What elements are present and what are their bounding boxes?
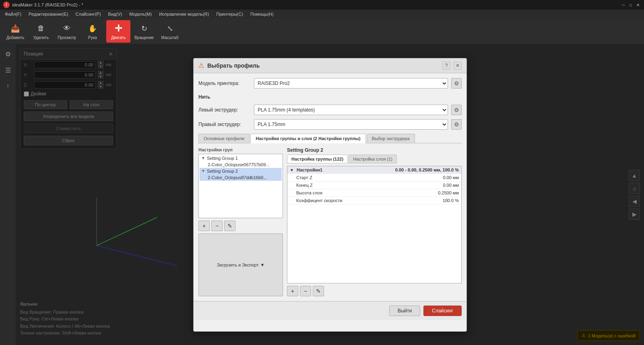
thread-section-label: Нить <box>198 93 462 101</box>
group-item-1[interactable]: ▼ Setting Group 1 <box>200 155 282 161</box>
left-sidebar: ⚙ ☰ ↑ <box>0 44 16 345</box>
menu-model[interactable]: Модель(M) <box>126 11 155 17</box>
toolbar-hand-button[interactable]: ✋ Рука <box>80 20 105 43</box>
settings-row-3-name: Высота слоя <box>290 190 394 195</box>
settings-tree: ▼ Настройки1 0.00 - 0.00, 0.2500 мм, 100… <box>287 166 462 283</box>
groups-remove-button[interactable]: − <box>211 221 223 231</box>
two-column-layout: Настройки груп ▼ Setting Group 1 2-Color… <box>198 147 462 296</box>
printer-gear-button[interactable]: ⚙ <box>451 78 462 89</box>
canvas-area: Позиция ✕ X: ▲ ▼ мм Y: ▲ ▼ мм <box>16 44 644 345</box>
left-extruder-row: Левый экструдер: PLA 1.75mm (4 templates… <box>198 105 462 115</box>
minimize-button[interactable]: ─ <box>621 2 626 8</box>
group-item-1-child-1[interactable]: 2-Color_Octopuse067757b09... <box>200 161 282 168</box>
settings-header-title: Setting Group 2 <box>287 147 462 153</box>
settings-row-2-name: Конец Z <box>290 183 394 188</box>
settings-remove-button[interactable]: − <box>300 286 311 296</box>
settings-row-1-name: Старт Z <box>290 175 394 180</box>
toolbar-delete-label: Удалить <box>33 35 49 40</box>
right-extruder-row: Правый экструдер: PLA 1.75mm ⚙ <box>198 119 462 130</box>
settings-row-0[interactable]: ▼ Настройки1 0.00 - 0.00, 0.2500 мм, 100… <box>287 166 461 174</box>
menu-edit[interactable]: Редактирование(E) <box>25 11 71 17</box>
sidebar-tool-list[interactable]: ☰ <box>2 64 14 76</box>
groups-add-button[interactable]: + <box>198 221 210 231</box>
menu-bar: Файл(F) Редактирование(E) Слайсинг(P) Ви… <box>0 10 644 19</box>
right-extruder-label: Правый экструдер: <box>198 122 251 127</box>
menu-view[interactable]: Вид(V) <box>105 11 126 17</box>
right-extruder-select[interactable]: PLA 1.75mm <box>254 119 448 130</box>
settings-tab-group[interactable]: Настройка группы (122) <box>287 155 348 163</box>
settings-row-0-name: ▼ Настройки1 <box>290 167 394 172</box>
toolbar-hand-label: Рука <box>88 35 97 40</box>
settings-row-0-value: 0.00 - 0.00, 0.2500 мм, 100.0 % <box>394 167 459 172</box>
modal-header: ⚠ Выбрать профиль ? ✕ <box>194 58 466 73</box>
toolbar-add-button[interactable]: 📥 Добавить <box>3 20 27 43</box>
close-button[interactable]: ✕ <box>635 2 641 8</box>
settings-edit-button[interactable]: ✎ <box>313 286 324 296</box>
group-item-2-child-1[interactable]: 2-Color_Octopus87ddb16b0... <box>200 174 282 181</box>
toolbar-view-button[interactable]: 👁 Просмотр <box>55 20 79 43</box>
left-extruder-select[interactable]: PLA 1.75mm (4 templates) <box>254 105 448 115</box>
modal-header-left: ⚠ Выбрать профиль <box>198 62 260 69</box>
group-item-1-label: Setting Group 1 <box>207 156 238 161</box>
toolbar-move-label: Двигать <box>111 35 126 40</box>
groups-list[interactable]: ▼ Setting Group 1 2-Color_Octopuse067757… <box>198 154 283 218</box>
groups-list-toolbar: + − ✎ <box>198 221 283 231</box>
toolbar: 📥 Добавить 🗑 Удалить 👁 Просмотр ✋ Рука ✛… <box>0 19 644 44</box>
hand-icon: ✋ <box>87 23 98 34</box>
title-bar-title: ideaMaker 3.1.7 (RAISE3D Pro2) - * <box>12 2 83 7</box>
title-bar-left: i ideaMaker 3.1.7 (RAISE3D Pro2) - * <box>3 2 83 8</box>
main-tabs: Основные профили Настройки группы и слоя… <box>198 134 462 143</box>
exit-button[interactable]: Выйти <box>389 306 421 316</box>
toolbar-move-button[interactable]: ✛ Двигать <box>106 20 130 43</box>
settings-row-1-value: 0.00 мм <box>394 175 459 180</box>
printer-model-label: Модель принтера: <box>198 81 251 86</box>
group-item-2[interactable]: ▼ Setting Group 2 <box>200 168 282 174</box>
move-icon: ✛ <box>113 23 124 34</box>
menu-repair[interactable]: Исправление модель(R) <box>156 11 212 17</box>
modal-help-button[interactable]: ? <box>442 62 450 70</box>
toolbar-delete-button[interactable]: 🗑 Удалить <box>29 20 53 43</box>
modal-title: Выбрать профиль <box>207 62 260 69</box>
delete-icon: 🗑 <box>35 23 47 34</box>
sidebar-tool-settings[interactable]: ⚙ <box>2 48 14 60</box>
settings-tab-layer[interactable]: Настройка слоя (1) <box>349 155 397 163</box>
modal-header-right: ? ✕ <box>442 62 462 70</box>
expand-arrow-1: ▼ <box>201 156 205 160</box>
title-bar: i ideaMaker 3.1.7 (RAISE3D Pro2) - * ─ □… <box>0 0 644 10</box>
groups-column: Настройки груп ▼ Setting Group 1 2-Color… <box>198 147 283 296</box>
modal-overlay: ⚠ Выбрать профиль ? ✕ Модель принтера: R… <box>16 44 644 345</box>
menu-file[interactable]: Файл(F) <box>2 11 25 17</box>
menu-printers[interactable]: Принтеры(C) <box>213 11 246 17</box>
slicing-button[interactable]: Слайсинг <box>423 306 462 316</box>
settings-add-button[interactable]: + <box>287 286 298 296</box>
tab-group-layer-settings[interactable]: Настройки группы и слоя (2 Настройки гру… <box>250 134 365 143</box>
left-extruder-label: Левый экструдер: <box>198 107 251 113</box>
tab-extruder-selection[interactable]: Выбор экструдера <box>367 134 415 143</box>
load-export-label: Загрузить и Экспорт <box>217 262 259 267</box>
load-export-button[interactable]: Загрузить и Экспорт ▼ <box>198 233 283 296</box>
menu-help[interactable]: Помощь(H) <box>247 11 277 17</box>
modal-warning-icon: ⚠ <box>198 62 204 69</box>
left-extruder-gear-button[interactable]: ⚙ <box>451 105 462 115</box>
settings-row-2-value: 0.00 мм <box>394 183 459 188</box>
groups-edit-button[interactable]: ✎ <box>224 221 235 231</box>
right-extruder-gear-button[interactable]: ⚙ <box>451 119 462 130</box>
toolbar-rotate-label: Вращение <box>134 35 154 40</box>
toolbar-scale-button[interactable]: ⤡ Масштаб <box>158 20 182 43</box>
group-item-2-label: Setting Group 2 <box>207 169 238 174</box>
toolbar-rotate-button[interactable]: ↻ Вращение <box>132 20 156 43</box>
restore-button[interactable]: □ <box>628 2 634 8</box>
settings-row-4: Коэффицент скорости 100.0 % <box>287 197 461 205</box>
view-icon: 👁 <box>61 23 72 34</box>
sidebar-tool-upload[interactable]: ↑ <box>2 80 14 93</box>
modal-close-button[interactable]: ✕ <box>454 62 462 70</box>
menu-slice[interactable]: Слайсинг(P) <box>72 11 104 17</box>
toolbar-add-label: Добавить <box>6 35 24 40</box>
add-icon: 📥 <box>10 23 21 34</box>
printer-model-select[interactable]: RAISE3D Pro2 <box>254 78 448 89</box>
expand-arrow-2: ▼ <box>201 169 205 173</box>
load-export-arrow-icon: ▼ <box>260 262 264 267</box>
tab-basic-profiles[interactable]: Основные профили <box>198 134 250 143</box>
settings-row-3: Высота слоя 0.2500 мм <box>287 189 461 197</box>
scale-icon: ⤡ <box>164 23 175 34</box>
